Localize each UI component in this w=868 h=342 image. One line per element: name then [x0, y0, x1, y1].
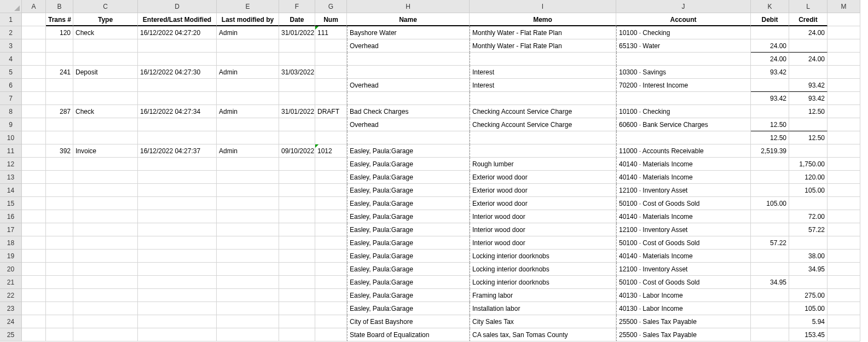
cell-7-A[interactable] [22, 92, 46, 105]
row-header-23[interactable]: 23 [0, 302, 22, 315]
cell-7-I[interactable] [470, 92, 616, 105]
cell-20-L[interactable]: 34.95 [789, 263, 828, 276]
cell-8-M[interactable] [828, 105, 860, 118]
cell-14-K[interactable] [751, 184, 789, 197]
cell-16-G[interactable] [315, 210, 347, 223]
cell-2-E[interactable]: Admin [217, 26, 279, 39]
cell-21-G[interactable] [315, 276, 347, 289]
cell-7-F[interactable] [279, 92, 315, 105]
col-header-E[interactable]: E [217, 0, 279, 13]
cell-5-I[interactable]: Interest [470, 66, 616, 79]
row-header-4[interactable]: 4 [0, 53, 22, 66]
cell-10-G[interactable] [315, 131, 347, 144]
row-header-25[interactable]: 25 [0, 328, 22, 341]
cell-11-D[interactable]: 16/12/2022 04:27:37 [138, 144, 217, 158]
cell-21-E[interactable] [217, 276, 279, 289]
cell-22-I[interactable]: Framing labor [470, 289, 616, 302]
cell-22-C[interactable] [73, 289, 138, 302]
cell-3-M[interactable] [828, 39, 860, 53]
cell-6-E[interactable] [217, 79, 279, 92]
cell-4-J[interactable] [616, 53, 751, 66]
cell-15-L[interactable] [789, 197, 828, 210]
cell-16-E[interactable] [217, 210, 279, 223]
cell-24-G[interactable] [315, 315, 347, 328]
cell-22-G[interactable] [315, 289, 347, 302]
cell-3-A[interactable] [22, 39, 46, 53]
cell-17-K[interactable] [751, 223, 789, 236]
row-header-3[interactable]: 3 [0, 39, 22, 53]
cell-13-D[interactable] [138, 171, 217, 184]
cell-24-K[interactable] [751, 315, 789, 328]
cell-17-F[interactable] [279, 223, 315, 236]
cell-11-C[interactable]: Invoice [73, 144, 138, 158]
cell-7-C[interactable] [73, 92, 138, 105]
cell-9-F[interactable] [279, 118, 315, 131]
cell-10-I[interactable] [470, 131, 616, 144]
cell-17-L[interactable]: 57.22 [789, 223, 828, 236]
cell-6-B[interactable] [46, 79, 73, 92]
cell-2-H[interactable]: Bayshore Water [347, 26, 470, 39]
cell-10-C[interactable] [73, 131, 138, 144]
header-cell-B[interactable]: Trans # [46, 13, 73, 26]
cell-8-I[interactable]: Checking Account Service Charge [470, 105, 616, 118]
cell-21-I[interactable]: Locking interior doorknobs [470, 276, 616, 289]
col-header-A[interactable]: A [22, 0, 46, 13]
cell-3-E[interactable] [217, 39, 279, 53]
cell-22-F[interactable] [279, 289, 315, 302]
cell-15-I[interactable]: Exterior wood door [470, 197, 616, 210]
cell-21-M[interactable] [828, 276, 860, 289]
cell-20-M[interactable] [828, 263, 860, 276]
cell-25-D[interactable] [138, 328, 217, 341]
cell-15-E[interactable] [217, 197, 279, 210]
cell-3-G[interactable] [315, 39, 347, 53]
cell-20-K[interactable] [751, 263, 789, 276]
cell-3-C[interactable] [73, 39, 138, 53]
cell-16-M[interactable] [828, 210, 860, 223]
cell-7-B[interactable] [46, 92, 73, 105]
cell-21-J[interactable]: 50100 · Cost of Goods Sold [616, 276, 751, 289]
cell-18-E[interactable] [217, 236, 279, 250]
cell-11-H[interactable]: Easley, Paula:Garage [347, 144, 470, 158]
cell-13-J[interactable]: 40140 · Materials Income [616, 171, 751, 184]
cell-10-M[interactable] [828, 131, 860, 144]
cell-24-E[interactable] [217, 315, 279, 328]
cell-9-B[interactable] [46, 118, 73, 131]
cell-11-K[interactable]: 2,519.39 [751, 144, 789, 158]
cell-19-B[interactable] [46, 250, 73, 263]
cell-4-M[interactable] [828, 53, 860, 66]
cell-grid[interactable]: Trans #TypeEntered/Last ModifiedLast mod… [22, 13, 860, 341]
row-header-9[interactable]: 9 [0, 118, 22, 131]
select-all-corner[interactable] [0, 0, 22, 13]
cell-6-H[interactable]: Overhead [347, 79, 470, 92]
cell-22-E[interactable] [217, 289, 279, 302]
cell-2-A[interactable] [22, 26, 46, 39]
cell-9-L[interactable] [789, 118, 828, 131]
cell-6-F[interactable] [279, 79, 315, 92]
row-header-13[interactable]: 13 [0, 171, 22, 184]
cell-12-I[interactable]: Rough lumber [470, 158, 616, 171]
cell-15-D[interactable] [138, 197, 217, 210]
cell-14-D[interactable] [138, 184, 217, 197]
cell-14-F[interactable] [279, 184, 315, 197]
cell-21-L[interactable] [789, 276, 828, 289]
cell-12-B[interactable] [46, 158, 73, 171]
cell-12-K[interactable] [751, 158, 789, 171]
cell-5-H[interactable] [347, 66, 470, 79]
cell-16-C[interactable] [73, 210, 138, 223]
cell-23-F[interactable] [279, 302, 315, 315]
cell-4-F[interactable] [279, 53, 315, 66]
cell-23-E[interactable] [217, 302, 279, 315]
cell-22-M[interactable] [828, 289, 860, 302]
cell-5-K[interactable]: 93.42 [751, 66, 789, 79]
cell-18-G[interactable] [315, 236, 347, 250]
cell-14-A[interactable] [22, 184, 46, 197]
cell-14-J[interactable]: 12100 · Inventory Asset [616, 184, 751, 197]
cell-9-M[interactable] [828, 118, 860, 131]
cell-19-L[interactable]: 38.00 [789, 250, 828, 263]
cell-2-F[interactable]: 31/01/2022 [279, 26, 315, 39]
header-cell-C[interactable]: Type [73, 13, 138, 26]
cell-18-K[interactable]: 57.22 [751, 236, 789, 250]
cell-5-F[interactable]: 31/03/2022 [279, 66, 315, 79]
cell-4-I[interactable] [470, 53, 616, 66]
cell-25-L[interactable]: 153.45 [789, 328, 828, 341]
